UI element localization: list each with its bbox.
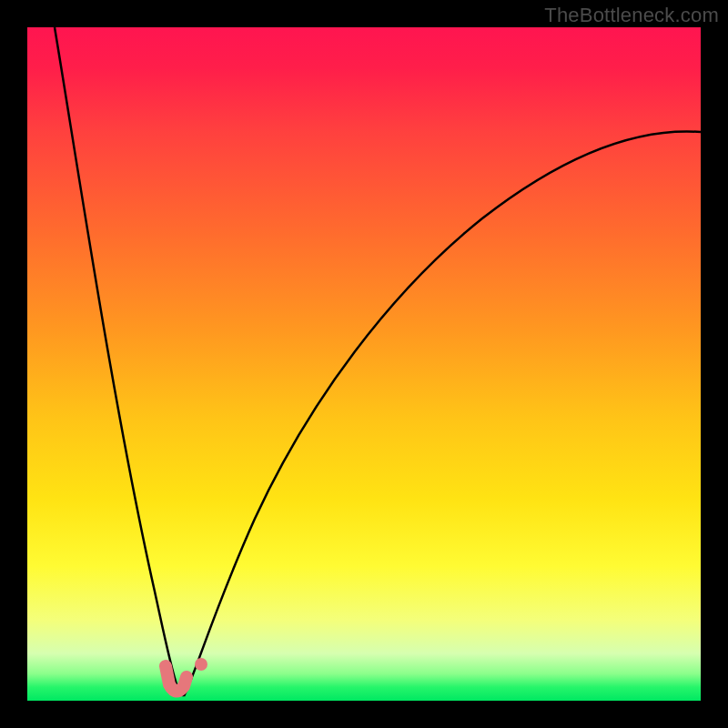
plot-area <box>27 27 701 701</box>
balanced-marker-u <box>166 666 187 692</box>
balanced-marker-dot <box>195 658 207 671</box>
right-curve <box>184 131 701 696</box>
left-curve <box>55 27 184 696</box>
watermark-text: TheBottleneck.com <box>544 4 719 27</box>
balanced-marker-group <box>166 666 187 692</box>
curves-layer <box>27 27 701 701</box>
chart-frame: TheBottleneck.com <box>0 0 728 728</box>
